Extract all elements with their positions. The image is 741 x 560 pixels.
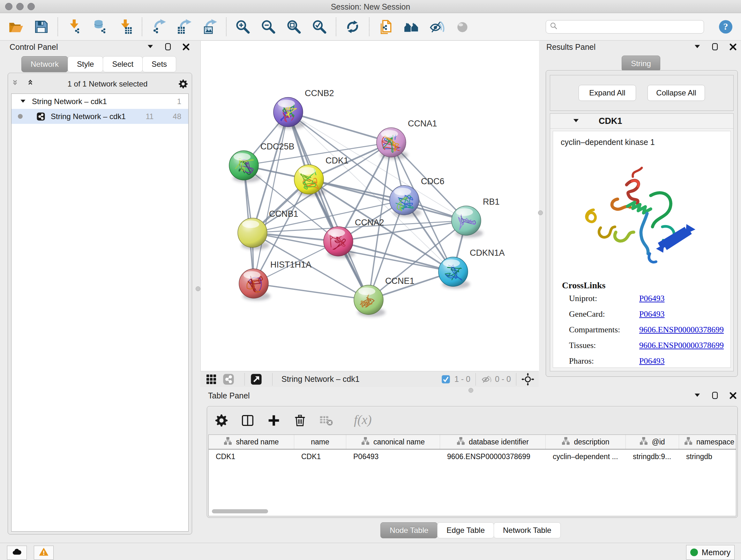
clone-network-icon[interactable] bbox=[378, 19, 394, 35]
results-panel-close-button[interactable] bbox=[728, 42, 738, 52]
detach-view-icon[interactable] bbox=[250, 373, 263, 386]
table-cell[interactable]: stringdb bbox=[679, 449, 736, 463]
cloud-button[interactable] bbox=[7, 546, 27, 560]
table-cell[interactable]: 9606.ENSP00000378699 bbox=[440, 449, 546, 463]
gear-icon[interactable] bbox=[214, 413, 229, 428]
toolbar-group bbox=[8, 19, 49, 35]
table-cell[interactable]: CDK1 bbox=[294, 449, 346, 463]
crosslink-link[interactable]: P06493 bbox=[639, 294, 664, 303]
collapse-all-button[interactable]: Collapse All bbox=[648, 85, 705, 101]
edge-CCNB2-HIST1H1A[interactable] bbox=[254, 112, 288, 284]
network-options-gear-icon[interactable] bbox=[178, 78, 189, 89]
zoom-selected-icon[interactable] bbox=[312, 19, 327, 35]
expand-all-button[interactable]: Expand All bbox=[579, 85, 636, 101]
edge-HIST1H1A-CCNE1[interactable] bbox=[254, 284, 368, 300]
export-image-icon[interactable] bbox=[202, 19, 218, 35]
table-panel-menu-button[interactable] bbox=[692, 391, 702, 400]
node-table[interactable]: shared namenamecanonical namedatabase id… bbox=[208, 435, 736, 516]
results-actions: Expand All Collapse All bbox=[550, 75, 734, 111]
table-panel-float-button[interactable] bbox=[711, 391, 720, 400]
function-builder-button[interactable]: f(x) bbox=[354, 412, 372, 427]
table-cell[interactable]: P06493 bbox=[346, 449, 440, 463]
crosslink-link[interactable]: P06493 bbox=[639, 309, 664, 319]
control-panel-float-button[interactable] bbox=[163, 42, 173, 52]
node-RB1[interactable]: RB1 bbox=[452, 197, 500, 238]
fit-selection-crosshair-icon[interactable] bbox=[522, 373, 534, 386]
hide-graphics-details-icon[interactable] bbox=[429, 19, 445, 35]
tab-style[interactable]: Style bbox=[68, 56, 103, 72]
warnings-button[interactable] bbox=[34, 546, 54, 560]
export-network-icon[interactable] bbox=[151, 19, 166, 35]
tab-string[interactable]: String bbox=[622, 56, 660, 71]
column-header-@id[interactable]: @id bbox=[626, 435, 679, 449]
node-CCNE1[interactable]: CCNE1 bbox=[354, 276, 414, 317]
control-panel-menu-button[interactable] bbox=[145, 42, 155, 52]
collapse-all-networks-icon[interactable] bbox=[11, 78, 22, 89]
import-table-icon[interactable] bbox=[118, 19, 133, 35]
crosslink-link[interactable]: 9606.ENSP00000378699 bbox=[639, 341, 724, 350]
tab-sets[interactable]: Sets bbox=[142, 56, 176, 72]
right-splitter-handle[interactable] bbox=[538, 210, 543, 215]
collection-expander-icon[interactable] bbox=[18, 97, 27, 106]
memory-button[interactable]: Memory bbox=[686, 545, 735, 560]
column-header-description[interactable]: description bbox=[546, 435, 626, 449]
tab-node-table[interactable]: Node Table bbox=[381, 522, 437, 538]
left-splitter-handle[interactable] bbox=[196, 287, 200, 291]
crosslink-link[interactable]: P06493 bbox=[639, 356, 664, 366]
node-result-header[interactable]: CDK1 bbox=[550, 114, 733, 129]
table-panel-close-button[interactable] bbox=[728, 391, 738, 400]
network-view-icon[interactable] bbox=[222, 373, 235, 386]
network-canvas[interactable]: CCNB2 CCNA1 CDC25B CDK1 CDC6 RB1 CCNB1 bbox=[200, 41, 539, 371]
search-input[interactable] bbox=[559, 21, 704, 33]
network-row[interactable]: String Network – cdk1 11 48 bbox=[11, 109, 188, 124]
column-header-shared-name[interactable]: shared name bbox=[209, 435, 294, 449]
zoom-fit-icon[interactable] bbox=[286, 19, 302, 35]
zoom-in-icon[interactable] bbox=[235, 19, 251, 35]
horizontal-scrollbar-thumb[interactable] bbox=[212, 509, 268, 513]
table-cell[interactable]: CDK1 bbox=[209, 449, 294, 463]
tab-select[interactable]: Select bbox=[103, 56, 143, 72]
results-panel-float-button[interactable] bbox=[711, 42, 720, 52]
selected-checkbox-icon[interactable] bbox=[441, 374, 451, 385]
column-split-icon[interactable] bbox=[240, 413, 255, 428]
column-header-name[interactable]: name bbox=[294, 435, 346, 449]
node-CDKN1A[interactable]: CDKN1A bbox=[439, 248, 505, 289]
open-session-icon[interactable] bbox=[8, 19, 23, 35]
zoom-out-icon[interactable] bbox=[260, 19, 276, 35]
table-delete-icon[interactable] bbox=[319, 413, 333, 428]
save-session-icon[interactable] bbox=[33, 19, 49, 35]
refresh-icon[interactable] bbox=[345, 19, 360, 35]
crosslink-link[interactable]: 9606.ENSP00000378699 bbox=[639, 325, 724, 334]
trash-icon[interactable] bbox=[293, 413, 307, 428]
search-field[interactable] bbox=[546, 20, 704, 34]
tab-network-table[interactable]: Network Table bbox=[494, 522, 561, 538]
control-panel-close-button[interactable] bbox=[181, 42, 191, 52]
home-icon[interactable] bbox=[403, 19, 419, 35]
node-HIST1H1A[interactable]: HIST1H1A bbox=[239, 260, 312, 300]
help-button[interactable]: ? bbox=[718, 19, 733, 35]
import-database-icon[interactable] bbox=[92, 19, 108, 35]
search-icon bbox=[549, 21, 559, 32]
results-panel-menu-button[interactable] bbox=[692, 42, 702, 52]
import-network-icon[interactable] bbox=[66, 19, 82, 35]
birdseye-icon[interactable] bbox=[455, 19, 470, 35]
column-header-canonical-name[interactable]: canonical name bbox=[346, 435, 440, 449]
entry-expander-icon[interactable] bbox=[571, 116, 581, 126]
table-cell[interactable]: stringdb:9... bbox=[626, 449, 679, 463]
table-cell[interactable]: cyclin–dependent ... bbox=[546, 449, 626, 463]
network-graph[interactable]: CCNB2 CCNA1 CDC25B CDK1 CDC6 RB1 CCNB1 bbox=[201, 41, 539, 371]
horizontal-splitter-handle[interactable] bbox=[468, 388, 473, 393]
column-header-namespace[interactable]: namespace bbox=[679, 435, 736, 449]
network-collection-row[interactable]: String Network – cdk1 1 bbox=[11, 94, 188, 109]
node-CDC25B[interactable]: CDC25B bbox=[229, 142, 294, 182]
tab-network[interactable]: Network bbox=[21, 56, 68, 72]
grid-view-icon[interactable] bbox=[205, 373, 218, 386]
node-CCNA1[interactable]: CCNA1 bbox=[377, 119, 437, 159]
table-row[interactable]: CDK1CDK1P064939606.ENSP00000378699cyclin… bbox=[209, 449, 736, 463]
tab-edge-table[interactable]: Edge Table bbox=[437, 522, 494, 538]
export-table-icon[interactable] bbox=[176, 19, 192, 35]
network-status-dot bbox=[18, 114, 23, 119]
column-header-database-identifier[interactable]: database identifier bbox=[440, 435, 546, 449]
expand-all-networks-icon[interactable] bbox=[26, 78, 37, 89]
add-icon[interactable] bbox=[266, 413, 281, 428]
